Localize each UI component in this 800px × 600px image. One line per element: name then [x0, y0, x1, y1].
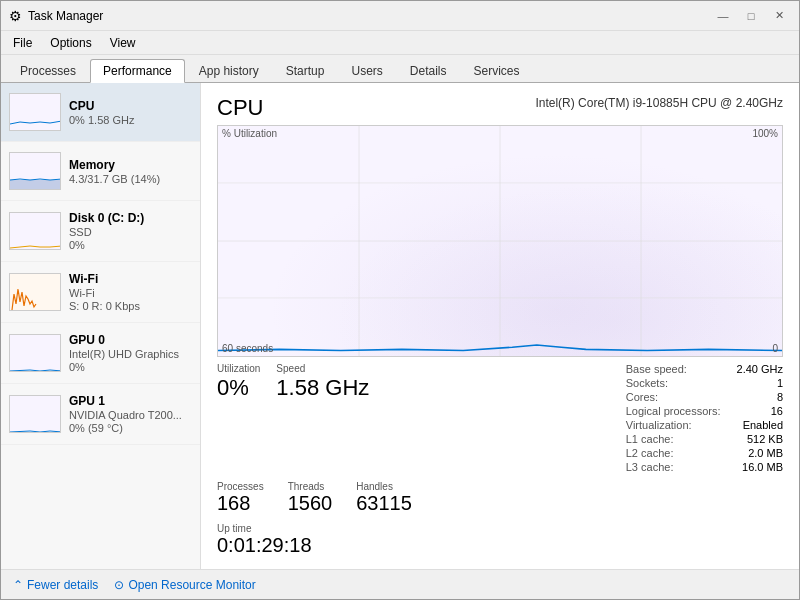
handles-label: Handles	[356, 481, 412, 492]
l3-value: 16.0 MB	[737, 461, 783, 473]
menu-bar: File Options View	[1, 31, 799, 55]
utilization-label: Utilization	[217, 363, 260, 374]
cpu-title: CPU	[69, 99, 192, 113]
svg-rect-0	[10, 94, 61, 131]
menu-file[interactable]: File	[5, 34, 40, 52]
app-icon: ⚙	[9, 8, 22, 24]
processes-group: Processes 168	[217, 481, 264, 515]
open-resource-monitor-link[interactable]: ⊙ Open Resource Monitor	[114, 578, 255, 592]
base-speed-value: 2.40 GHz	[737, 363, 783, 375]
utilization-value: 0%	[217, 376, 260, 400]
stats-row: Utilization 0% Speed 1.58 GHz Base speed…	[217, 363, 783, 473]
process-row: Processes 168 Threads 1560 Handles 63115	[217, 481, 783, 515]
resource-monitor-icon: ⊙	[114, 578, 124, 592]
tab-users[interactable]: Users	[338, 59, 395, 82]
l1-label: L1 cache:	[626, 433, 721, 445]
cpu-sub: 0% 1.58 GHz	[69, 114, 192, 126]
wifi-thumbnail	[9, 273, 61, 311]
memory-title: Memory	[69, 158, 192, 172]
detail-panel: CPU Intel(R) Core(TM) i9-10885H CPU @ 2.…	[201, 83, 799, 569]
wifi-sub2: S: 0 R: 0 Kbps	[69, 300, 192, 312]
sidebar-item-cpu[interactable]: CPU 0% 1.58 GHz	[1, 83, 200, 142]
handles-group: Handles 63115	[356, 481, 412, 515]
threads-label: Threads	[288, 481, 333, 492]
svg-rect-6	[10, 396, 61, 433]
open-resource-monitor-label: Open Resource Monitor	[128, 578, 255, 592]
logical-label: Logical processors:	[626, 405, 721, 417]
minimize-button[interactable]: —	[711, 7, 735, 25]
window-title: Task Manager	[28, 9, 103, 23]
uptime-label: Up time	[217, 523, 783, 534]
fewer-details-link[interactable]: ⌃ Fewer details	[13, 578, 98, 592]
cpu-thumbnail	[9, 93, 61, 131]
sockets-label: Sockets:	[626, 377, 721, 389]
svg-rect-2	[10, 180, 61, 190]
wifi-sub1: Wi-Fi	[69, 287, 192, 299]
gpu1-thumbnail	[9, 395, 61, 433]
title-controls: — □ ✕	[711, 7, 791, 25]
menu-view[interactable]: View	[102, 34, 144, 52]
sidebar-item-disk[interactable]: Disk 0 (C: D:) SSD 0%	[1, 201, 200, 262]
sockets-value: 1	[737, 377, 783, 389]
tab-app-history[interactable]: App history	[186, 59, 272, 82]
menu-options[interactable]: Options	[42, 34, 99, 52]
tab-details[interactable]: Details	[397, 59, 460, 82]
speed-value: 1.58 GHz	[276, 376, 369, 400]
bottom-bar: ⌃ Fewer details ⊙ Open Resource Monitor	[1, 569, 799, 599]
sidebar-item-gpu1[interactable]: GPU 1 NVIDIA Quadro T200... 0% (59 °C)	[1, 384, 200, 445]
fewer-details-label: Fewer details	[27, 578, 98, 592]
tab-processes[interactable]: Processes	[7, 59, 89, 82]
gpu1-title: GPU 1	[69, 394, 192, 408]
svg-rect-5	[10, 335, 61, 372]
disk-title: Disk 0 (C: D:)	[69, 211, 192, 225]
processes-value: 168	[217, 492, 264, 515]
disk-sub1: SSD	[69, 226, 192, 238]
speed-label: Speed	[276, 363, 369, 374]
disk-info: Disk 0 (C: D:) SSD 0%	[69, 211, 192, 251]
threads-value: 1560	[288, 492, 333, 515]
uptime-value: 0:01:29:18	[217, 534, 783, 557]
speed-group: Speed 1.58 GHz	[276, 363, 369, 473]
gpu0-thumbnail	[9, 334, 61, 372]
chart-x-label: 60 seconds	[222, 343, 273, 354]
detail-header: CPU Intel(R) Core(TM) i9-10885H CPU @ 2.…	[217, 95, 783, 121]
maximize-button[interactable]: □	[739, 7, 763, 25]
sidebar-item-memory[interactable]: Memory 4.3/31.7 GB (14%)	[1, 142, 200, 201]
tab-services[interactable]: Services	[461, 59, 533, 82]
processes-label: Processes	[217, 481, 264, 492]
wifi-info: Wi-Fi Wi-Fi S: 0 R: 0 Kbps	[69, 272, 192, 312]
sidebar-item-gpu0[interactable]: GPU 0 Intel(R) UHD Graphics 0%	[1, 323, 200, 384]
cpu-specs: Base speed: 2.40 GHz Sockets: 1 Cores: 8…	[626, 363, 783, 473]
chart-svg	[218, 126, 782, 356]
cpu-chart: % Utilization 100% 60 seconds 0	[217, 125, 783, 357]
sidebar: CPU 0% 1.58 GHz Memory 4.3/31.7 GB (14%)	[1, 83, 201, 569]
virtualization-label: Virtualization:	[626, 419, 721, 431]
gpu0-info: GPU 0 Intel(R) UHD Graphics 0%	[69, 333, 192, 373]
tab-performance[interactable]: Performance	[90, 59, 185, 83]
title-bar: ⚙ Task Manager — □ ✕	[1, 1, 799, 31]
chart-x-min: 0	[772, 343, 778, 354]
tab-bar: Processes Performance App history Startu…	[1, 55, 799, 83]
detail-title: CPU	[217, 95, 263, 121]
svg-rect-3	[10, 213, 61, 250]
memory-info: Memory 4.3/31.7 GB (14%)	[69, 158, 192, 185]
l2-value: 2.0 MB	[737, 447, 783, 459]
gpu1-sub2: 0% (59 °C)	[69, 422, 192, 434]
gpu0-sub2: 0%	[69, 361, 192, 373]
close-button[interactable]: ✕	[767, 7, 791, 25]
l2-label: L2 cache:	[626, 447, 721, 459]
title-bar-left: ⚙ Task Manager	[9, 8, 103, 24]
logical-value: 16	[737, 405, 783, 417]
tab-startup[interactable]: Startup	[273, 59, 338, 82]
task-manager-window: ⚙ Task Manager — □ ✕ File Options View P…	[0, 0, 800, 600]
detail-subtitle: Intel(R) Core(TM) i9-10885H CPU @ 2.40GH…	[535, 95, 783, 112]
l3-label: L3 cache:	[626, 461, 721, 473]
threads-group: Threads 1560	[288, 481, 333, 515]
main-content: CPU 0% 1.58 GHz Memory 4.3/31.7 GB (14%)	[1, 83, 799, 569]
sidebar-item-wifi[interactable]: Wi-Fi Wi-Fi S: 0 R: 0 Kbps	[1, 262, 200, 323]
handles-value: 63115	[356, 492, 412, 515]
wifi-title: Wi-Fi	[69, 272, 192, 286]
cores-label: Cores:	[626, 391, 721, 403]
utilization-group: Utilization 0%	[217, 363, 260, 473]
gpu0-sub1: Intel(R) UHD Graphics	[69, 348, 192, 360]
